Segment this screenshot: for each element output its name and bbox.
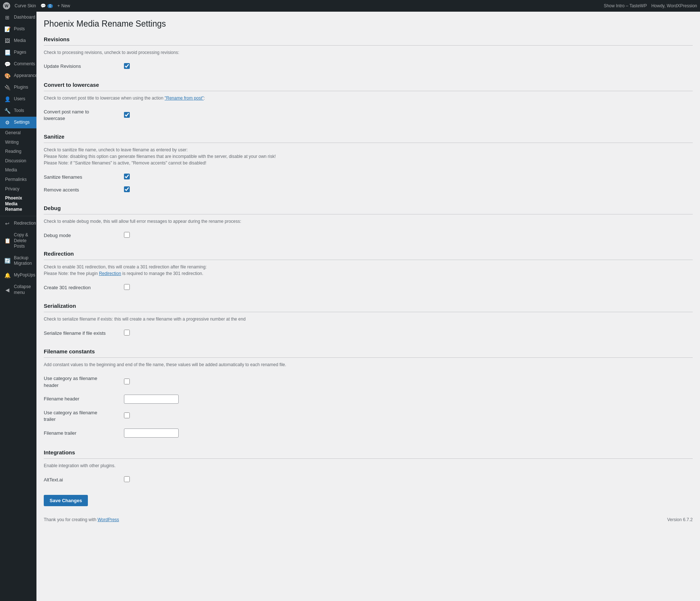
- sidebar-item-collapse-menu[interactable]: ◀ Collapse menu: [0, 281, 36, 298]
- sidebar-item-pages[interactable]: 📃 Pages: [0, 47, 36, 58]
- sidebar-item-appearance[interactable]: 🎨 Appearance: [0, 70, 36, 82]
- redirection-table: Create 301 redirection: [44, 281, 693, 294]
- filename-constants-title: Filename constants: [44, 348, 693, 358]
- sanitize-filenames-label: Sanitize filenames: [44, 171, 124, 183]
- sidebar-item-general[interactable]: General: [0, 128, 36, 138]
- redirection-section: Redirection Check to enable 301 redirect…: [44, 251, 693, 294]
- create-301-checkbox[interactable]: [124, 284, 130, 290]
- top-bar-comments[interactable]: 💬 0: [40, 3, 53, 8]
- convert-post-name-checkbox[interactable]: [124, 112, 130, 118]
- settings-form: Revisions Check to processing revisions,…: [44, 36, 693, 506]
- sidebar-item-reading[interactable]: Reading: [0, 147, 36, 156]
- filename-header-label: Filename header: [44, 392, 124, 407]
- table-row: Convert post name tolowercase: [44, 106, 693, 125]
- sidebar-item-dashboard[interactable]: ⊞ Dashboard: [0, 12, 36, 23]
- footer-text: Thank you for creating with WordPress Ve…: [44, 517, 693, 522]
- copy-icon: 📋: [4, 238, 11, 244]
- use-category-header-label: Use category as filenameheader: [44, 372, 124, 391]
- sidebar-item-media[interactable]: 🖼 Media: [0, 35, 36, 47]
- update-revisions-label: Update Revisions: [44, 60, 124, 73]
- convert-post-name-label: Convert post name tolowercase: [44, 106, 124, 125]
- sanitize-filenames-checkbox[interactable]: [124, 174, 130, 179]
- debug-title: Debug: [44, 205, 693, 214]
- sidebar-item-backup-migration[interactable]: 🔄 Backup Migration: [0, 252, 36, 270]
- table-row: Create 301 redirection: [44, 281, 693, 294]
- filename-trailer-input[interactable]: [124, 429, 179, 438]
- comment-icon: 💬: [40, 3, 46, 8]
- debug-mode-label: Debug mode: [44, 229, 124, 242]
- integrations-section: Integrations Enable integration with oth…: [44, 449, 693, 486]
- redirection-desc: Check to enable 301 redirection, this wi…: [44, 264, 693, 277]
- redirection-plugin-link[interactable]: Redirection: [99, 271, 121, 276]
- filename-constants-section: Filename constants Add constant values t…: [44, 348, 693, 441]
- sidebar-item-plugins[interactable]: 🔌 Plugins: [0, 82, 36, 93]
- alttext-ai-checkbox[interactable]: [124, 476, 130, 482]
- sidebar-item-users[interactable]: 👤 Users: [0, 93, 36, 105]
- redirection-title: Redirection: [44, 251, 693, 260]
- table-row: Update Revisions: [44, 60, 693, 73]
- table-row: Remove accents: [44, 183, 693, 196]
- show-intro-link[interactable]: Show Intro – TasteWP: [604, 3, 647, 8]
- remove-accents-label: Remove accents: [44, 183, 124, 196]
- sidebar-item-tools[interactable]: 🔧 Tools: [0, 105, 36, 117]
- update-revisions-checkbox[interactable]: [124, 63, 130, 69]
- create-301-label: Create 301 redirection: [44, 281, 124, 294]
- revisions-title: Revisions: [44, 36, 693, 46]
- wp-logo[interactable]: W: [3, 2, 10, 9]
- sidebar-item-discussion[interactable]: Discussion: [0, 156, 36, 166]
- use-category-trailer-checkbox[interactable]: [124, 412, 130, 418]
- use-category-trailer-label: Use category as filenametrailer: [44, 407, 124, 426]
- integrations-desc: Enable integration with other plugins.: [44, 462, 693, 469]
- comments-icon: 💬: [4, 61, 11, 67]
- wordpress-link[interactable]: WordPress: [97, 517, 119, 522]
- sanitize-title: Sanitize: [44, 133, 693, 143]
- debug-desc: Check to enable debug mode, this will al…: [44, 218, 693, 225]
- sidebar-item-comments[interactable]: 💬 Comments: [0, 58, 36, 70]
- sidebar-item-phoenix-media-rename[interactable]: Phoenix Media Rename: [0, 194, 36, 214]
- sidebar-item-privacy[interactable]: Privacy: [0, 185, 36, 194]
- sidebar-item-copy-delete-posts[interactable]: 📋 Copy & Delete Posts: [0, 229, 36, 252]
- serialization-desc: Check to serialize filename if exists: t…: [44, 316, 693, 322]
- sidebar-item-permalinks[interactable]: Permalinks: [0, 175, 36, 185]
- table-row: AltText.ai: [44, 473, 693, 486]
- sidebar-item-label: Dashboard: [14, 15, 35, 20]
- convert-lowercase-desc: Check to convert post title to lowercase…: [44, 95, 693, 101]
- filename-header-input[interactable]: [124, 395, 179, 404]
- backup-icon: 🔄: [4, 258, 11, 264]
- sidebar: ⊞ Dashboard 📝 Posts 🖼 Media 📃 Pages 💬 Co…: [0, 12, 36, 601]
- remove-accents-checkbox[interactable]: [124, 186, 130, 192]
- serialize-filename-label: Serialize filename if file exists: [44, 327, 124, 340]
- sidebar-item-posts[interactable]: 📝 Posts: [0, 23, 36, 35]
- pages-icon: 📃: [4, 50, 11, 55]
- debug-table: Debug mode: [44, 229, 693, 242]
- use-category-header-checkbox[interactable]: [124, 379, 130, 384]
- serialization-title: Serialization: [44, 303, 693, 312]
- table-row: Filename header: [44, 392, 693, 407]
- debug-section: Debug Check to enable debug mode, this w…: [44, 205, 693, 242]
- debug-mode-checkbox[interactable]: [124, 232, 130, 238]
- appearance-icon: 🎨: [4, 73, 11, 79]
- tools-icon: 🔧: [4, 108, 11, 114]
- collapse-icon: ◀: [4, 287, 11, 293]
- new-item[interactable]: + New: [57, 3, 70, 8]
- revisions-desc: Check to processing revisions, uncheck t…: [44, 49, 693, 56]
- convert-lowercase-section: Convert to lowercase Check to convert po…: [44, 82, 693, 125]
- howdy-link[interactable]: Howdy, WordXPression: [651, 3, 697, 8]
- table-row: Debug mode: [44, 229, 693, 242]
- settings-submenu: General Writing Reading Discussion Media…: [0, 128, 36, 214]
- sidebar-item-media[interactable]: Media: [0, 166, 36, 175]
- table-row: Sanitize filenames: [44, 171, 693, 183]
- save-button[interactable]: Save Changes: [44, 495, 88, 506]
- sidebar-item-writing[interactable]: Writing: [0, 138, 36, 147]
- sidebar-item-settings[interactable]: ⚙ Settings: [0, 117, 36, 128]
- footer-version: Version 6.7.2: [667, 517, 693, 522]
- top-bar-site[interactable]: Curve Skin: [15, 3, 36, 8]
- filename-constants-desc: Add constant values to the beginning and…: [44, 361, 693, 368]
- serialization-table: Serialize filename if file exists: [44, 327, 693, 340]
- sidebar-item-redirection[interactable]: ↩ Redirection: [0, 218, 36, 229]
- sidebar-item-mypopups[interactable]: 🔔 MyPopUps: [0, 270, 36, 281]
- posts-icon: 📝: [4, 26, 11, 32]
- redirection-icon: ↩: [4, 221, 11, 226]
- serialize-filename-checkbox[interactable]: [124, 330, 130, 336]
- rename-from-post-link[interactable]: "Rename from post": [165, 96, 204, 101]
